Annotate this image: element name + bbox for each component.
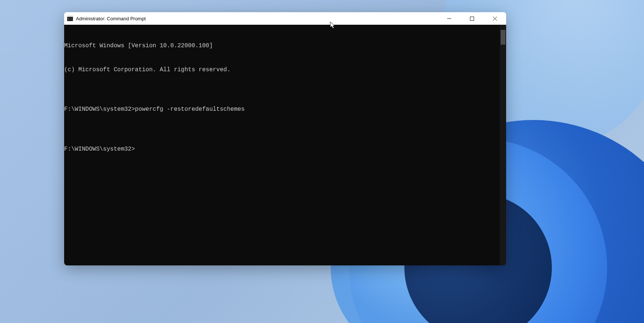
close-button[interactable] xyxy=(483,12,506,25)
scroll-up-arrow[interactable] xyxy=(500,25,506,30)
svg-text:C:\: C:\ xyxy=(68,18,73,21)
console-line: F:\WINDOWS\system32> xyxy=(64,145,500,154)
cmd-icon: C:\ xyxy=(67,16,73,21)
maximize-button[interactable] xyxy=(460,12,483,25)
console-line: F:\WINDOWS\system32>powercfg -restoredef… xyxy=(64,106,500,114)
titlebar[interactable]: C:\ Administrator: Command Prompt xyxy=(64,12,506,25)
command-prompt-window: C:\ Administrator: Command Prompt Micros… xyxy=(64,12,506,265)
console-line: Microsoft Windows [Version 10.0.22000.10… xyxy=(64,42,500,50)
console-output[interactable]: Microsoft Windows [Version 10.0.22000.10… xyxy=(64,25,500,265)
minimize-button[interactable] xyxy=(438,12,460,25)
console-line: (c) Microsoft Corporation. All rights re… xyxy=(64,66,500,74)
svg-rect-1 xyxy=(67,16,73,17)
window-title: Administrator: Command Prompt xyxy=(76,16,146,21)
console-area[interactable]: Microsoft Windows [Version 10.0.22000.10… xyxy=(64,25,506,265)
window-controls xyxy=(438,12,506,25)
scroll-thumb[interactable] xyxy=(501,30,505,45)
vertical-scrollbar[interactable] xyxy=(500,25,506,265)
svg-rect-4 xyxy=(470,17,474,20)
